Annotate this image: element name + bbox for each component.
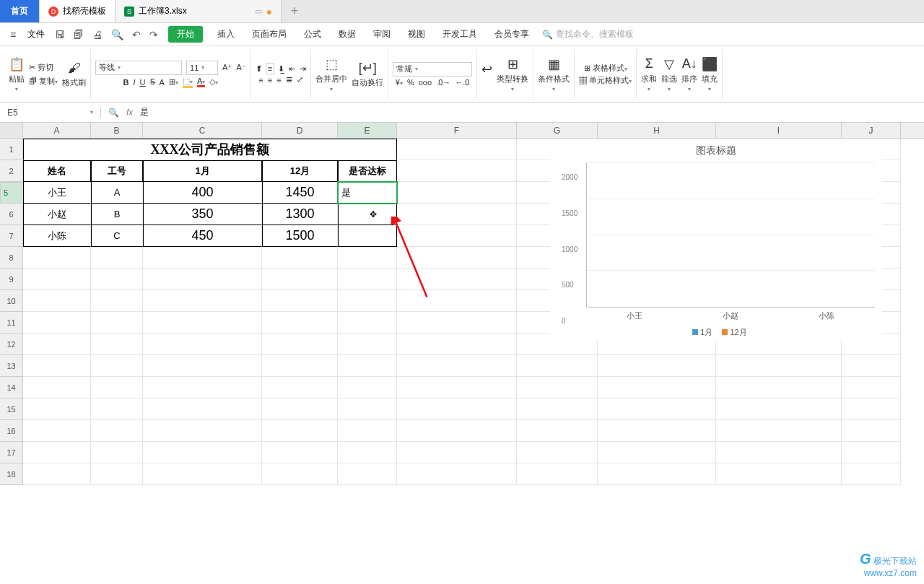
border-button[interactable]: ⊞▾: [169, 77, 178, 87]
underline-button[interactable]: U: [140, 78, 146, 87]
dec-dec-icon[interactable]: ←.0: [455, 78, 469, 87]
cell-E7[interactable]: [338, 225, 397, 247]
name-box[interactable]: E5▾: [0, 108, 101, 118]
cell-style-button[interactable]: ▦ 单元格样式▾: [579, 75, 632, 86]
align-top-icon[interactable]: ⬆̄: [256, 64, 262, 74]
undo-icon[interactable]: ↶: [129, 29, 144, 40]
reversal-button[interactable]: ↩: [481, 61, 492, 87]
chart[interactable]: 图表标题 小王 小赵 小陈 1月 12月 0500100015002000: [550, 139, 882, 341]
currency-icon[interactable]: ¥▾: [396, 78, 403, 87]
row-11[interactable]: 11: [0, 312, 23, 334]
row-15[interactable]: 15: [0, 398, 23, 420]
row-16[interactable]: 16: [0, 420, 23, 442]
fill-color-button[interactable]: ⬚▾: [183, 77, 193, 88]
hdr-ok[interactable]: 是否达标: [338, 160, 397, 182]
align-right-icon[interactable]: ≡: [276, 76, 281, 84]
cell-A6[interactable]: 小赵: [23, 204, 91, 225]
tab-restore-icon[interactable]: ▭: [255, 6, 262, 16]
cond-format-button[interactable]: ▦条件格式▾: [538, 56, 570, 92]
fx-icon[interactable]: fx: [126, 108, 133, 118]
row-8[interactable]: 8: [0, 247, 23, 269]
row-9[interactable]: 9: [0, 269, 23, 290]
row-12[interactable]: 12: [0, 334, 23, 355]
cell-E6[interactable]: [338, 204, 397, 225]
row-1[interactable]: 1: [0, 139, 23, 160]
ribbon-tab-vip[interactable]: 会员专享: [487, 28, 536, 40]
font-size-select[interactable]: 11▾: [186, 61, 218, 75]
saveas-icon[interactable]: 🗐: [71, 29, 87, 40]
filter-button[interactable]: ▽筛选▾: [661, 56, 677, 92]
ribbon-tab-view[interactable]: 视图: [401, 28, 432, 40]
formula-value[interactable]: 是: [140, 106, 149, 118]
col-D[interactable]: D: [262, 123, 338, 138]
col-F[interactable]: F: [397, 123, 517, 138]
font-name-select[interactable]: 等线▾: [95, 61, 182, 75]
cell-E5[interactable]: 是: [338, 182, 397, 204]
font-color-button[interactable]: A▾: [197, 77, 205, 87]
row-10[interactable]: 10: [0, 290, 23, 312]
hdr-m1[interactable]: 1月: [143, 160, 262, 182]
cell-D5[interactable]: 1450: [262, 182, 338, 204]
row-18[interactable]: 18: [0, 463, 23, 485]
menu-icon[interactable]: ≡: [6, 29, 20, 40]
col-G[interactable]: G: [517, 123, 598, 138]
cell-A7[interactable]: 小陈: [23, 225, 91, 247]
comma-icon[interactable]: ooo: [419, 78, 432, 87]
ribbon-tab-insert[interactable]: 插入: [210, 28, 242, 40]
decrease-font-icon[interactable]: A⁻: [236, 63, 245, 72]
zoom-icon[interactable]: 🔍: [108, 108, 119, 118]
cell-B7[interactable]: C: [91, 225, 143, 247]
col-E[interactable]: E: [338, 123, 397, 138]
table-title[interactable]: XXX公司产品销售额: [23, 139, 397, 160]
ribbon-tab-review[interactable]: 审阅: [366, 28, 398, 40]
cell-B6[interactable]: B: [91, 204, 143, 225]
align-bottom-icon[interactable]: ⬇̲: [278, 64, 284, 74]
cell-C5[interactable]: 400: [143, 182, 262, 204]
align-justify-icon[interactable]: ≣: [286, 75, 292, 84]
col-C[interactable]: C: [143, 123, 262, 138]
ribbon-tab-layout[interactable]: 页面布局: [245, 28, 294, 40]
cell-B5[interactable]: A: [91, 182, 143, 204]
bold-button[interactable]: B: [123, 78, 129, 87]
font-effect-button[interactable]: A: [160, 78, 165, 87]
menu-file[interactable]: 文件: [23, 28, 49, 40]
align-left-icon[interactable]: ≡: [258, 76, 263, 84]
number-format-select[interactable]: 常规▾: [393, 62, 472, 77]
orientation-icon[interactable]: ⤢: [297, 75, 303, 84]
cell-D6[interactable]: 1300: [262, 204, 338, 225]
row-7[interactable]: 7: [0, 225, 23, 247]
increase-font-icon[interactable]: A⁺: [222, 63, 232, 72]
indent-inc-icon[interactable]: ⇥: [300, 64, 306, 74]
col-H[interactable]: H: [598, 123, 716, 138]
strike-button[interactable]: S̶: [150, 77, 155, 87]
new-tab-button[interactable]: +: [282, 0, 308, 22]
format-painter-button[interactable]: 🖌格式刷: [62, 60, 86, 88]
select-all-corner[interactable]: [0, 123, 23, 138]
tab-workbook[interactable]: S 工作簿3.xlsx ▭ ●: [116, 0, 282, 22]
wrap-button[interactable]: [↵]自动换行: [352, 60, 383, 88]
cell-D7[interactable]: 1500: [262, 225, 338, 247]
col-I[interactable]: I: [716, 123, 842, 138]
indent-dec-icon[interactable]: ⇤: [289, 64, 295, 74]
fill-button[interactable]: ⬛填充▾: [702, 56, 718, 92]
type-convert-button[interactable]: ⊞类型转换▾: [497, 56, 528, 92]
row-2[interactable]: 2: [0, 160, 23, 182]
tab-home[interactable]: 首页: [0, 0, 40, 22]
row-13[interactable]: 13: [0, 355, 23, 377]
cell-A5[interactable]: 小王: [23, 182, 91, 204]
command-search[interactable]: 🔍查找命令、搜索模板: [539, 28, 637, 40]
cell-C6[interactable]: 350: [143, 204, 262, 225]
redo-icon[interactable]: ↷: [147, 29, 161, 40]
paste-button[interactable]: 📋粘贴▾: [9, 56, 25, 92]
ribbon-tab-data[interactable]: 数据: [331, 28, 363, 40]
row-6[interactable]: 6: [0, 204, 23, 225]
ribbon-tab-start[interactable]: 开始: [168, 26, 203, 43]
italic-button[interactable]: I: [134, 78, 136, 87]
row-14[interactable]: 14: [0, 377, 23, 398]
row-17[interactable]: 17: [0, 442, 23, 463]
row-5[interactable]: 5: [0, 182, 23, 204]
dec-inc-icon[interactable]: .0→: [436, 78, 450, 87]
merge-button[interactable]: ⬚合并居中▾: [315, 56, 347, 92]
table-style-button[interactable]: ⊞ 表格样式▾: [584, 63, 627, 74]
tab-template[interactable]: D 找稻壳模板: [40, 0, 116, 22]
